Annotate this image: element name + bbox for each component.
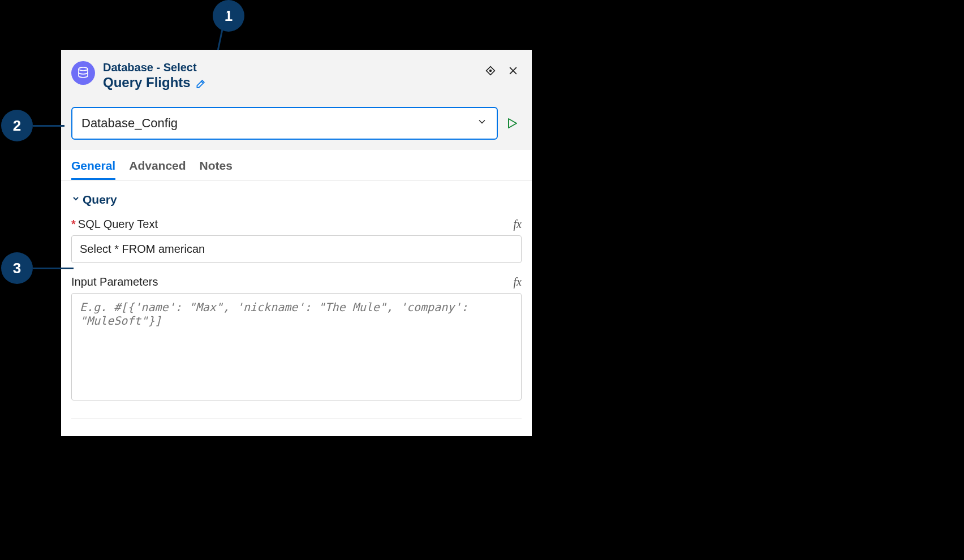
sql-query-input[interactable] (71, 235, 522, 263)
chevron-down-icon (71, 194, 80, 205)
callout-2: 2 (1, 110, 64, 141)
config-select-value: Database_Config (81, 116, 178, 131)
callout-badge-2: 2 (1, 110, 33, 141)
tab-notes[interactable]: Notes (200, 159, 233, 180)
callout-leader-3 (33, 268, 74, 269)
header-actions (484, 64, 519, 77)
callout-badge-1: 1 (213, 0, 244, 32)
field-input-parameters: Input Parameters fx (71, 275, 522, 403)
test-connection-icon[interactable] (505, 116, 519, 131)
svg-point-0 (79, 67, 88, 71)
input-params-label-row: Input Parameters fx (71, 275, 522, 288)
close-icon[interactable] (507, 64, 519, 77)
component-name: Query Flights (103, 75, 191, 91)
section-query-title: Query (83, 193, 117, 206)
chevron-down-icon (476, 116, 488, 130)
section-query-header[interactable]: Query (71, 193, 522, 206)
fx-icon[interactable]: fx (514, 218, 522, 231)
tabs: General Advanced Notes (61, 150, 532, 180)
svg-point-1 (490, 70, 492, 72)
component-type-label: Database - Select (103, 60, 476, 75)
input-params-label: Input Parameters (71, 275, 158, 288)
divider (71, 419, 522, 419)
config-row: Database_Config (71, 107, 519, 140)
callout-1: 1 (213, 0, 244, 32)
header-top: Database - Select Query Flights (71, 60, 519, 91)
panel-header: Database - Select Query Flights (61, 50, 532, 150)
title-block: Database - Select Query Flights (103, 60, 476, 91)
panel-body: Query *SQL Query Text fx Input Parameter… (61, 180, 532, 436)
edit-name-icon[interactable] (195, 77, 206, 88)
locate-icon[interactable] (484, 64, 497, 77)
sql-query-label-row: *SQL Query Text fx (71, 218, 522, 231)
properties-panel: Database - Select Query Flights (61, 50, 532, 436)
tab-general[interactable]: General (71, 159, 115, 180)
field-sql-query: *SQL Query Text fx (71, 218, 522, 263)
callout-leader-2 (33, 125, 64, 127)
sql-query-label: *SQL Query Text (71, 218, 158, 231)
callout-3: 3 (1, 252, 74, 284)
database-icon (71, 61, 95, 85)
input-params-textarea[interactable] (71, 293, 522, 400)
component-name-row: Query Flights (103, 75, 476, 91)
callout-badge-3: 3 (1, 252, 33, 284)
config-select[interactable]: Database_Config (71, 107, 498, 140)
fx-icon[interactable]: fx (514, 275, 522, 288)
tab-advanced[interactable]: Advanced (129, 159, 186, 180)
